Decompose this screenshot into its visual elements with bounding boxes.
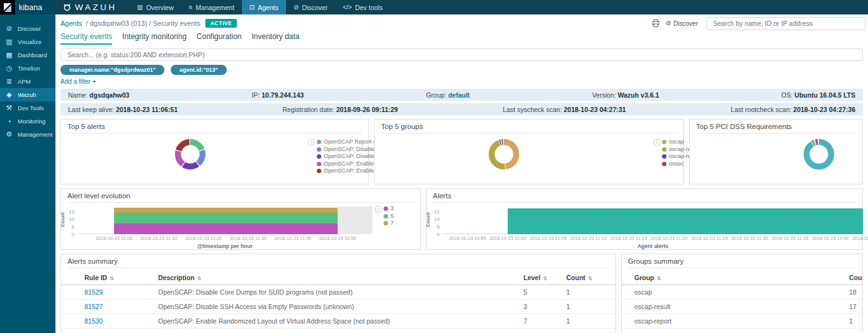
add-filter-link[interactable]: Add a filter + — [55, 76, 101, 85]
sidebar-item-discover[interactable]: ⊘Discover — [0, 22, 55, 35]
kibana-brand: kibana — [0, 0, 55, 14]
topnav-item-agents[interactable]: ⊡Agents — [242, 0, 286, 14]
axis-tick — [114, 234, 115, 235]
sidebar-item-visualize[interactable]: ▥Visualize — [0, 35, 55, 48]
axis-tick — [293, 234, 294, 235]
print-icon[interactable] — [652, 20, 660, 27]
legend-label: 3 — [391, 205, 394, 213]
legend-swatch — [662, 147, 666, 152]
legend-swatch — [384, 206, 388, 211]
sidebar-item-wazuh[interactable]: ◈Wazuh — [0, 88, 55, 101]
topnav-items: ▥Overview≡Management⊡Agents⊘Discover</>D… — [130, 0, 391, 14]
table-row[interactable]: 81529OpenSCAP: Disable Core Dumps for SU… — [61, 285, 615, 300]
info-value[interactable]: default — [448, 91, 469, 99]
table-row[interactable]: oscap-result17 — [622, 300, 862, 314]
sort-icon: ⇅ — [588, 276, 592, 281]
wazuh-logo[interactable]: WAZUH — [63, 3, 117, 12]
legend-item[interactable]: 5 — [384, 213, 394, 220]
sidebar-item-management[interactable]: ⚙Management — [0, 128, 55, 141]
sidebar-item-dashboard[interactable]: ▦Dashboard — [0, 48, 55, 62]
sort-icon: ⇅ — [197, 276, 202, 281]
legend-expand-icon[interactable]: › — [375, 206, 382, 213]
breadcrumb-path: / dgsdqahw03 (013) / Security events — [84, 20, 200, 27]
header-discover-button[interactable]: ⊘ Discover — [666, 20, 698, 27]
info-label: IP: — [251, 91, 261, 99]
column-header-count[interactable]: Count⇅ — [845, 271, 862, 285]
table-row[interactable]: oscap-report1 — [622, 314, 862, 329]
area-band-7[interactable] — [114, 208, 338, 213]
column-header-rule-id[interactable]: Rule ID⇅ — [61, 271, 154, 285]
area-band-count[interactable] — [508, 208, 863, 234]
legend-swatch — [317, 140, 321, 144]
sidebar-item-label: APM — [18, 78, 31, 85]
y-tick-label: 10 — [69, 217, 74, 222]
rule-id-link[interactable]: 503 — [61, 329, 154, 333]
topnav-item-overview[interactable]: ▥Overview — [130, 0, 181, 14]
axis-tick — [588, 234, 589, 235]
tab-security-events[interactable]: Security events — [60, 32, 112, 45]
table-row[interactable]: oscap18 — [622, 285, 862, 300]
filter-pill[interactable]: agent.id:"013" — [171, 65, 227, 75]
breadcrumb-agents-link[interactable]: Agents — [60, 20, 82, 27]
filter-pill[interactable]: manager.name:"dgsdprdwaz01" — [60, 65, 164, 75]
table-row[interactable]: 503Ossec agent started.31 — [61, 329, 615, 333]
info-value: 2018-10-23 04:27:31 — [564, 106, 626, 113]
column-header-group[interactable]: Group⇅ — [622, 271, 845, 285]
tab-configuration[interactable]: Configuration — [197, 32, 241, 45]
topnav-item-dev-tools[interactable]: </>Dev tools — [335, 0, 390, 14]
x-tick-label: 2018-10-23 11:50 — [319, 235, 357, 241]
sort-icon: ⇅ — [657, 276, 661, 281]
axis-tick — [790, 234, 791, 235]
table-row[interactable]: ossec1 — [622, 329, 862, 333]
rule-id-link[interactable]: 81530 — [61, 314, 154, 329]
topnav-item-management[interactable]: ≡Management — [181, 0, 242, 14]
agent-info-version: Version: Wazuh v3.6.1 — [592, 91, 659, 99]
top5-groups-donut-chart[interactable] — [488, 138, 520, 171]
visualize-icon: ▥ — [5, 38, 13, 46]
x-tick-label: 2018-10-23 11:00 — [489, 235, 527, 241]
legend-expand-icon[interactable]: › — [653, 139, 660, 146]
sidebar-item-monitoring[interactable]: ◔Monitoring — [0, 115, 55, 128]
kibana-logo-icon[interactable] — [0, 0, 15, 14]
table-row[interactable]: 81530OpenSCAP: Enable Randomized Layout … — [61, 314, 615, 329]
column-header-level[interactable]: Level⇅ — [520, 271, 562, 285]
table-row[interactable]: 81527OpenSCAP: Disable SSH Access via Em… — [61, 300, 615, 314]
rule-id-link[interactable]: 81529 — [61, 285, 154, 300]
top5-alerts-donut-chart[interactable] — [174, 138, 207, 171]
tab-inventory-data[interactable]: Inventory data — [251, 32, 299, 45]
area-band-5[interactable] — [114, 213, 338, 223]
alert-level-evolution-chart[interactable]: Count @timestamp per hour 1510502018-10-… — [77, 205, 372, 234]
query-search-input[interactable] — [60, 48, 863, 61]
legend-item[interactable]: 3 — [384, 205, 394, 213]
sidebar-item-timelion[interactable]: ◷Timelion — [0, 62, 55, 75]
x-tick-label: 2018-10-23 11:30 — [230, 235, 267, 241]
alerts-chart[interactable]: Count Agent alerts 1510502018-10-23 10:5… — [443, 205, 863, 234]
panel-top5-alerts: Top 5 alerts › OpenSCAP Report ov...Open… — [60, 119, 369, 184]
panel-alert-level-evolution: Alert level evolution Count @timestamp p… — [60, 188, 421, 250]
topnav-item-discover[interactable]: ⊘Discover — [286, 0, 335, 14]
sidebar-item-apm[interactable]: ≣APM — [0, 75, 55, 88]
breadcrumb: Agents / dgsdqahw03 (013) / Security eve… — [60, 20, 200, 27]
rule-id-link[interactable]: 81527 — [61, 300, 154, 314]
legend-expand-icon[interactable]: › — [308, 139, 315, 146]
sidebar-items: ⊘Discover▥Visualize▦Dashboard◷Timelion≣A… — [0, 22, 55, 141]
x-tick-label: 2018-10-23 11:40 — [812, 235, 849, 241]
tab-integrity-monitoring[interactable]: Integrity monitoring — [122, 32, 186, 45]
donut-segment[interactable] — [807, 142, 831, 167]
legend-item[interactable]: 7 — [384, 220, 394, 227]
info-label: Name: — [68, 91, 89, 99]
agent-search-input[interactable] — [707, 17, 865, 30]
area-band-3[interactable] — [114, 223, 338, 234]
top-bar: kibana WAZUH ▥Overview≡Management⊡Agents… — [0, 0, 868, 14]
topnav-item-label: Management — [196, 4, 234, 11]
sidebar-item-dev-tools[interactable]: ⚒Dev Tools — [0, 101, 55, 115]
column-header-description[interactable]: Description⇅ — [154, 271, 520, 285]
agent-info-os: OS: Ubuntu 16.04.5 LTS — [781, 91, 855, 99]
topnav-item-label: Agents — [258, 4, 278, 11]
alerts-summary-table: Rule ID⇅Description⇅Level⇅Count⇅ 81529Op… — [61, 271, 615, 333]
info-value: 2018-10-23 04:27:36 — [793, 106, 855, 113]
x-tick-label: 2018-10-23 11:10 — [140, 235, 178, 241]
axis-tick — [467, 234, 468, 235]
top5-pci-donut-chart[interactable] — [802, 138, 835, 171]
column-header-count[interactable]: Count⇅ — [562, 271, 615, 285]
